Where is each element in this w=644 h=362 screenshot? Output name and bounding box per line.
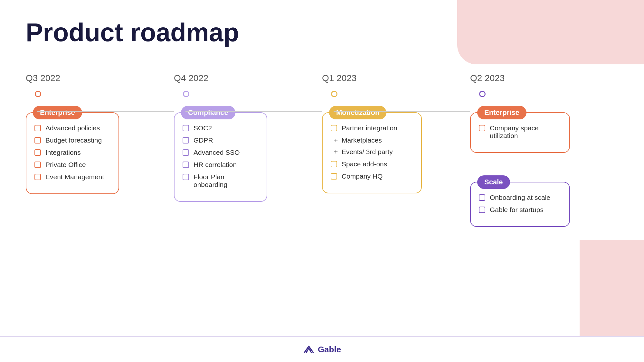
timeline-line-q3q4 <box>37 111 174 112</box>
card-label-compliance: Compliance <box>181 106 235 119</box>
footer-logo: Gable <box>303 344 341 355</box>
list-item: HR correlation <box>183 161 259 169</box>
checkbox-icon <box>479 194 485 201</box>
footer-brand-name: Gable <box>318 345 341 355</box>
checkbox-icon <box>331 125 337 131</box>
card-items-enterprise-q3: Advanced policies Budget forecasting Int… <box>34 124 110 181</box>
list-item: Company HQ <box>331 172 413 180</box>
checkbox-icon <box>34 174 41 180</box>
list-item: Onboarding at scale <box>479 194 561 201</box>
checkbox-icon <box>183 137 189 144</box>
list-item-indent: + Events/ 3rd party <box>331 148 413 156</box>
card-monetization: Monetization Partner integration + Marke… <box>322 112 470 193</box>
list-item: Space add-ons <box>331 160 413 168</box>
list-item: Advanced policies <box>34 124 110 132</box>
checkbox-icon <box>479 207 485 213</box>
quarter-label-q3: Q3 2022 <box>26 73 174 83</box>
list-item: Partner integration <box>331 124 413 132</box>
checkbox-icon <box>183 149 189 156</box>
checkbox-icon <box>479 125 485 131</box>
list-item: Advanced SSO <box>183 149 259 156</box>
timeline-line-q4q1 <box>185 111 322 112</box>
card-box-scale: Scale Onboarding at scale Gable for star… <box>470 182 570 227</box>
card-items-compliance: SOC2 GDPR Advanced SSO <box>183 124 259 189</box>
list-item: Private Office <box>34 161 110 169</box>
card-label-scale: Scale <box>477 175 510 189</box>
quarter-label-q4: Q4 2022 <box>174 73 322 83</box>
timeline-line-q1q2-2023 <box>334 111 470 112</box>
quarter-col-q4: Q4 2022 Compliance SOC2 GDPR <box>174 73 322 227</box>
card-compliance: Compliance SOC2 GDPR <box>174 112 322 202</box>
checkbox-icon <box>331 161 337 167</box>
list-item: GDPR <box>183 136 259 144</box>
card-enterprise-q3: Enterprise Advanced policies Budget fore… <box>26 112 174 194</box>
card-items-monetization: Partner integration + Marketplaces + Eve… <box>331 124 413 180</box>
card-box-monetization: Monetization Partner integration + Marke… <box>322 112 422 193</box>
card-box-enterprise-q3: Enterprise Advanced policies Budget fore… <box>26 112 119 194</box>
quarters-row: Q3 2022 Enterprise Advanced policies <box>26 73 618 227</box>
card-box-compliance: Compliance SOC2 GDPR <box>174 112 267 202</box>
list-item: Budget forecasting <box>34 136 110 144</box>
card-box-enterprise-q2: Enterprise Company space utilization <box>470 112 570 153</box>
checkbox-icon <box>34 125 41 131</box>
checkbox-icon <box>331 173 337 180</box>
checkbox-icon <box>183 174 189 180</box>
checkbox-icon <box>34 137 41 144</box>
list-item: Event Management <box>34 173 110 181</box>
list-item: SOC2 <box>183 124 259 132</box>
quarter-col-q2-2023: Q2 2023 Enterprise Company space utiliza… <box>470 73 618 227</box>
timeline-dot-q3 <box>35 91 41 97</box>
quarter-col-q3: Q3 2022 Enterprise Advanced policies <box>26 73 174 227</box>
card-scale: Scale Onboarding at scale Gable for star… <box>470 182 618 227</box>
page-title: Product roadmap <box>26 18 618 47</box>
list-item: Company space utilization <box>479 124 561 140</box>
card-label-enterprise-q2: Enterprise <box>477 106 526 119</box>
checkbox-icon <box>34 149 41 156</box>
card-enterprise-q2: Enterprise Company space utilization <box>470 112 618 153</box>
card-label-enterprise-q3: Enterprise <box>33 106 82 119</box>
quarter-label-q2-2023: Q2 2023 <box>470 73 618 83</box>
timeline-dot-q1-2023 <box>331 91 337 97</box>
card-items-scale: Onboarding at scale Gable for startups <box>479 194 561 214</box>
quarter-label-q1-2023: Q1 2023 <box>322 73 470 83</box>
card-items-enterprise-q2: Company space utilization <box>479 124 561 140</box>
gable-logo-icon <box>303 344 315 355</box>
timeline: Q3 2022 Enterprise Advanced policies <box>26 73 618 227</box>
list-item: Gable for startups <box>479 206 561 214</box>
checkbox-icon <box>34 162 41 168</box>
list-item-indent: + Marketplaces <box>331 136 413 144</box>
timeline-dot-q2-2023 <box>479 91 486 97</box>
card-label-monetization: Monetization <box>329 106 386 119</box>
checkbox-icon <box>183 162 189 168</box>
list-item: Floor Plan onboarding <box>183 173 259 189</box>
checkbox-icon <box>183 125 189 131</box>
timeline-dot-q4 <box>183 91 189 97</box>
footer: Gable <box>0 336 644 362</box>
quarter-col-q1-2023: Q1 2023 Monetization Partner integration… <box>322 73 470 227</box>
list-item: Integrations <box>34 149 110 156</box>
